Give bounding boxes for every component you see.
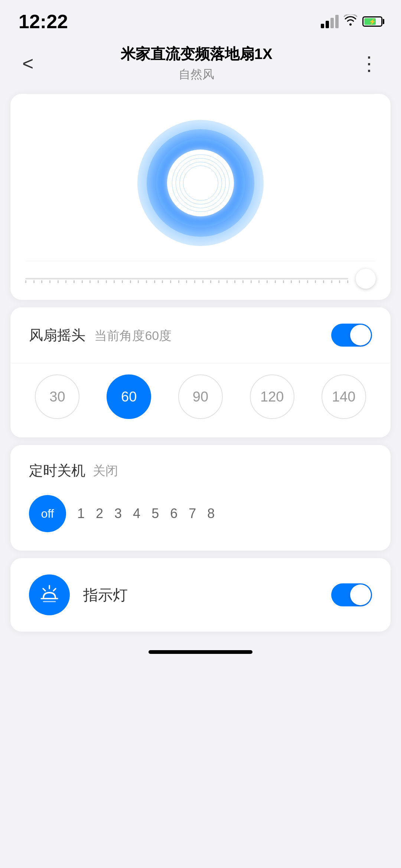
slider-tick	[138, 280, 139, 283]
battery-icon: ⚡	[362, 16, 382, 27]
slider-tick	[106, 280, 107, 283]
timer-opt-2[interactable]: 2	[96, 506, 103, 521]
timer-label: 定时关机	[29, 461, 85, 480]
page-title: 米家直流变频落地扇1X	[37, 44, 356, 64]
slider-tick	[82, 280, 83, 283]
slider-tick	[122, 280, 123, 283]
page-subtitle: 自然风	[37, 66, 356, 83]
speed-slider-area	[25, 261, 376, 289]
slider-tick	[33, 280, 35, 283]
swing-card: 风扇摇头 当前角度60度 30 60 90 120 140	[10, 307, 391, 438]
fan-center	[167, 150, 234, 216]
light-toggle-thumb	[350, 584, 371, 605]
angle-btn-60[interactable]: 60	[107, 374, 151, 419]
light-label: 指示灯	[83, 585, 331, 605]
timer-header: 定时关机 关闭	[29, 461, 372, 480]
slider-tick	[170, 280, 171, 283]
slider-tick	[242, 280, 244, 283]
slider-tick	[65, 280, 66, 283]
timer-opt-7[interactable]: 7	[189, 506, 196, 521]
timer-opt-8[interactable]: 8	[207, 506, 215, 521]
slider-tick	[291, 280, 292, 283]
slider-tick	[307, 280, 308, 283]
svg-line-1	[53, 589, 56, 591]
header: < 米家直流变频落地扇1X 自然风 ⋮	[0, 36, 401, 86]
slider-tick	[130, 280, 131, 283]
slider-tick	[339, 280, 340, 283]
status-time: 12:22	[19, 10, 68, 33]
slider-tick	[347, 280, 348, 283]
signal-icon	[321, 15, 339, 28]
slider-tick	[218, 280, 219, 283]
slider-dots	[25, 278, 348, 285]
timer-sublabel: 关闭	[93, 462, 118, 479]
svg-line-2	[43, 589, 45, 591]
speed-slider-track[interactable]	[25, 278, 348, 279]
swing-label: 风扇摇头	[29, 327, 85, 343]
slider-tick	[210, 280, 211, 283]
slider-tick	[267, 280, 268, 283]
slider-tick	[58, 280, 59, 283]
swing-header: 风扇摇头 当前角度60度	[10, 307, 391, 363]
timer-opt-4[interactable]: 4	[133, 506, 140, 521]
back-button[interactable]: <	[19, 49, 37, 78]
swing-label-group: 风扇摇头 当前角度60度	[29, 326, 172, 345]
slider-tick	[154, 280, 155, 283]
angle-btn-140[interactable]: 140	[322, 374, 366, 419]
slider-tick	[146, 280, 147, 283]
slider-tick	[275, 280, 276, 283]
header-title-group: 米家直流变频落地扇1X 自然风	[37, 44, 356, 83]
timer-opt-6[interactable]: 6	[170, 506, 177, 521]
angle-btn-30[interactable]: 30	[35, 374, 79, 419]
fan-circle[interactable]	[137, 120, 264, 246]
slider-tick	[234, 280, 235, 283]
light-card: 指示灯	[10, 558, 391, 632]
light-toggle[interactable]	[331, 583, 372, 606]
angle-row: 30 60 90 120 140	[10, 363, 391, 438]
slider-tick	[299, 280, 300, 283]
timer-opt-3[interactable]: 3	[114, 506, 122, 521]
slider-tick	[331, 280, 332, 283]
slider-tick	[186, 280, 187, 283]
fan-inner-rings	[171, 153, 230, 213]
timer-card: 定时关机 关闭 off 1 2 3 4 5 6 7 8	[10, 445, 391, 551]
fan-card	[10, 94, 391, 300]
slider-tick	[89, 280, 91, 283]
slider-tick	[251, 280, 252, 283]
slider-tick	[41, 280, 42, 283]
timer-opt-off[interactable]: off	[29, 495, 66, 532]
slider-tick	[202, 280, 203, 283]
slider-tick	[323, 280, 324, 283]
speed-slider-thumb[interactable]	[356, 269, 376, 289]
angle-btn-90[interactable]: 90	[178, 374, 223, 419]
slider-tick	[98, 280, 99, 283]
inner-ring-4	[183, 166, 218, 201]
more-button[interactable]: ⋮	[356, 49, 382, 78]
swing-toggle-thumb	[350, 325, 371, 345]
slider-tick	[315, 280, 316, 283]
home-indicator	[0, 639, 401, 661]
slider-tick	[25, 280, 26, 283]
wifi-icon	[344, 14, 357, 29]
swing-sublabel: 当前角度60度	[94, 328, 172, 343]
timer-opt-5[interactable]: 5	[151, 506, 159, 521]
light-icon	[38, 584, 61, 606]
slider-tick	[226, 280, 228, 283]
fan-visual	[25, 109, 376, 253]
slider-tick	[178, 280, 179, 283]
timer-opt-1[interactable]: 1	[77, 506, 85, 521]
slider-tick	[74, 280, 75, 283]
slider-tick	[114, 280, 115, 283]
slider-tick	[49, 280, 50, 283]
home-bar	[149, 650, 252, 654]
slider-tick	[194, 280, 195, 283]
slider-tick	[162, 280, 163, 283]
timer-options: off 1 2 3 4 5 6 7 8	[29, 495, 372, 532]
angle-btn-120[interactable]: 120	[250, 374, 294, 419]
light-icon-circle	[29, 574, 70, 615]
swing-toggle[interactable]	[331, 324, 372, 347]
status-bar: 12:22 ⚡	[0, 0, 401, 36]
status-icons: ⚡	[321, 14, 382, 29]
slider-tick	[258, 280, 260, 283]
slider-tick	[283, 280, 284, 283]
